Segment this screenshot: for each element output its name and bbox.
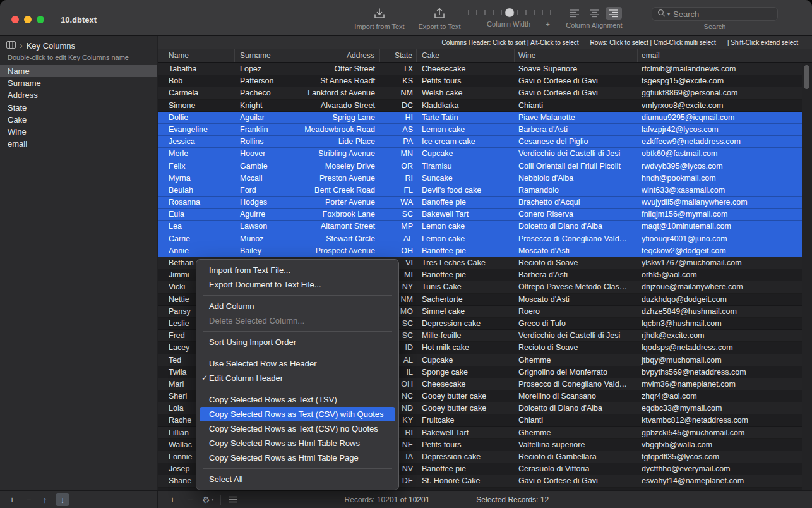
cell-email: hndh@pookmail.com	[638, 172, 802, 184]
menu-item[interactable]: Import from Text File...	[200, 263, 395, 277]
column-header-name[interactable]: Name	[158, 49, 235, 62]
cell-email: ggtiukf8869@personal.com	[638, 87, 802, 99]
table-row[interactable]: DollieAguilarSprigg LaneHITarte TatinPia…	[158, 112, 802, 124]
cell-cake: Cupcake	[417, 148, 515, 160]
add-key-column-button[interactable]: +	[6, 493, 18, 506]
export-to-text-button[interactable]: Export to Text	[409, 7, 470, 30]
table-row[interactable]: EulaAguirreFoxbrook LaneSCBakewell TartC…	[158, 209, 802, 221]
cell-name: Lea	[158, 221, 235, 233]
table-row[interactable]: EvangelineFranklinMeadowbrook RoadASLemo…	[158, 124, 802, 136]
table-row[interactable]: FelixGambleMoseley DriveORTiramisuColli …	[158, 160, 802, 172]
align-center-button[interactable]	[586, 7, 602, 20]
align-left-button[interactable]	[566, 7, 583, 20]
cell-email: teqckow2@dodgeit.com	[638, 245, 802, 257]
cell-name: Carrie	[158, 233, 235, 245]
column-width-increase[interactable]: +	[546, 20, 550, 28]
cell-name: Bob	[158, 75, 235, 87]
menu-item-label: Select All	[209, 475, 242, 484]
menu-item[interactable]: Copy Selected Rows as Text (CSV) with Qu…	[200, 407, 395, 421]
cell-cake: Petits fours	[417, 439, 515, 451]
cell-cake: Hot milk cake	[417, 342, 515, 354]
view-list-button[interactable]	[227, 493, 239, 506]
remove-row-button[interactable]: −	[184, 493, 196, 506]
cell-email: lqcbn3@hushmail.com	[638, 318, 802, 330]
cell-surname: Aguilar	[235, 112, 301, 124]
table-row[interactable]: MyrnaMccallPreston AvenueRISuncakeNebbio…	[158, 172, 802, 184]
cell-name: Myrna	[158, 172, 235, 184]
column-header-address[interactable]: Address	[301, 49, 380, 62]
close-window-button[interactable]	[11, 16, 19, 23]
search-field[interactable]: ▾	[652, 7, 778, 21]
column-header-email[interactable]: email	[638, 49, 812, 62]
move-up-button[interactable]: ↑	[39, 493, 51, 506]
move-down-button[interactable]: ↓	[56, 493, 69, 506]
add-row-button[interactable]: +	[167, 493, 178, 506]
sidebar-item-email[interactable]: email	[0, 138, 157, 150]
table-row[interactable]: CarrieMunozStewart CircleALLemon cakePro…	[158, 233, 802, 245]
sidebar-item-name[interactable]: Name	[0, 65, 157, 77]
table-row[interactable]: BeulahFordBent Creek RoadFLDevil's food …	[158, 184, 802, 197]
remove-key-column-button[interactable]: −	[23, 493, 34, 506]
cell-wine: Recioto di Soave	[515, 257, 638, 269]
column-width-decrease[interactable]: -	[469, 20, 472, 28]
cell-state: PA	[380, 136, 417, 148]
cell-cake: Gooey butter cake	[417, 402, 515, 414]
cell-cake: Tarte Tatin	[417, 112, 515, 124]
table-row[interactable]: MerleHooverStribling AvenueMNCupcakeVerd…	[158, 148, 802, 160]
cell-cake: Cheesecake	[417, 63, 515, 75]
sidebar-item-state[interactable]: State	[0, 102, 157, 114]
column-header-wine[interactable]: Wine	[515, 49, 638, 62]
cell-cake: Cheesecake	[417, 378, 515, 390]
cell-cake: Lemon cake	[417, 221, 515, 233]
table-row[interactable]: TabathaLopezOtter StreetTXCheesecakeSoav…	[158, 63, 802, 75]
search-scope-chevron-icon[interactable]: ▾	[667, 11, 670, 17]
menu-item[interactable]: Add Column	[200, 299, 395, 313]
column-header-state[interactable]: State	[380, 49, 417, 62]
menu-item[interactable]: Copy Selected Rows as Html Table Page	[200, 451, 395, 465]
align-right-button[interactable]	[606, 7, 622, 20]
cell-state: KS	[380, 75, 417, 87]
menu-item[interactable]: Copy Selected Rows as Html Table Rows	[200, 436, 395, 451]
cell-wine: Brachetto d'Acqui	[515, 197, 638, 209]
menu-item[interactable]: Copy Selected Rows as Text (CSV) no Quot…	[200, 421, 395, 436]
menu-item-label: Copy Selected Rows as Text (TSV)	[209, 395, 337, 404]
table-row[interactable]: BobPattersonSt Annes RoadfKSPetits fours…	[158, 75, 802, 87]
search-input[interactable]	[673, 9, 772, 19]
sidebar-item-cake[interactable]: Cake	[0, 114, 157, 126]
column-header-surname[interactable]: Surname	[235, 49, 301, 62]
table-row[interactable]: RosannaHodgesPorter AvenueWABanoffee pie…	[158, 197, 802, 209]
cell-name: Annie	[158, 245, 235, 257]
menu-item[interactable]: Copy Selected Rows as Text (TSV)	[200, 392, 395, 407]
cell-address: Otter Street	[301, 63, 380, 75]
cell-address: Prospect Avenue	[301, 245, 380, 257]
sidebar-item-wine[interactable]: Wine	[0, 126, 157, 138]
table-row[interactable]: JessicaRollinsLide PlacePAIce cream cake…	[158, 136, 802, 148]
menu-item[interactable]: Use Selected Row as Header	[200, 356, 395, 371]
column-header-cake[interactable]: Cake	[417, 49, 515, 62]
minimize-window-button[interactable]	[24, 16, 32, 23]
vertical-scrollbar[interactable]	[802, 63, 812, 490]
scrollbar-thumb[interactable]	[804, 65, 809, 89]
menu-item[interactable]: Export Document to Text File...	[200, 277, 395, 292]
menu-item[interactable]: ✓Edit Column Header	[200, 371, 395, 385]
cell-email: ezkffecw9@netaddress.com	[638, 136, 802, 148]
cell-email: vmlyrxoo8@excite.com	[638, 100, 802, 112]
selected-records-count: Selected Records: 12	[476, 495, 549, 504]
sidebar-item-surname[interactable]: Surname	[0, 77, 157, 89]
actions-gear-button[interactable]: ⚙ ▾	[202, 493, 214, 506]
menu-item-label: Copy Selected Rows as Html Table Page	[209, 453, 359, 463]
sidebar-item-address[interactable]: Address	[0, 89, 157, 101]
table-row[interactable]: SimoneKnightAlvarado StreetDCKladdkakaCh…	[158, 100, 802, 112]
cell-email: bvpyths569@netaddress.com	[638, 366, 802, 378]
zoom-window-button[interactable]	[37, 16, 44, 23]
table-row[interactable]: AnnieBaileyProspect AvenueOHBanoffee pie…	[158, 245, 802, 257]
column-width-slider[interactable]	[465, 7, 554, 18]
menu-item[interactable]: Select All	[200, 472, 395, 487]
menu-item[interactable]: Sort Using Import Order	[200, 335, 395, 349]
cell-wine: Dolcetto di Diano d'Alba	[515, 402, 638, 414]
table-row[interactable]: CarmelaPachecoLankford st AvenueNMWelsh …	[158, 87, 802, 99]
import-from-text-button[interactable]: Import from Text	[340, 7, 419, 30]
table-row[interactable]: LeaLawsonAltamont StreetMPLemon cakeDolc…	[158, 221, 802, 233]
cell-cake: Tres Leches Cake	[417, 257, 515, 269]
cell-wine: Gavi o Cortese di Gavi	[515, 475, 638, 487]
